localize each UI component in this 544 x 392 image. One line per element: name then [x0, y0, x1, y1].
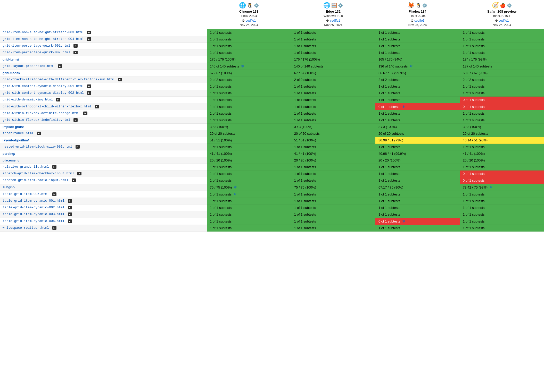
result-cell-26-2: 1 of 1 subtests [375, 204, 460, 211]
path-cell: grid-item-percentage-quirk-002.html ▶ [0, 49, 207, 56]
result-text: 1 of 1 subtests [294, 91, 316, 95]
path-link[interactable]: grid-within-flexbox-definite-change.html [3, 112, 80, 115]
path-link[interactable]: stretch-grid-item-checkbox-input.html [3, 172, 74, 176]
result-cell-25-2: 1 of 1 subtests [375, 198, 460, 204]
browser-icons-3: 🧭🍎 ⚙️ [492, 2, 512, 9]
path-link[interactable]: table-grid-item-dynamic-003.html [3, 213, 64, 216]
table-row: grid-with-content-dynamic-display-001.ht… [0, 83, 544, 90]
result-text: 41 / 41 (100%) [463, 152, 485, 156]
path-link[interactable]: implicit-grids/ [3, 125, 24, 129]
path-link[interactable]: stretch-grid-item-radio-input.html [3, 179, 68, 182]
path-link[interactable]: table-grid-item-dynamic-002.html [3, 206, 64, 210]
result-text: 1 of 1 subtests [463, 165, 485, 169]
tag-icon: ▶ [68, 199, 72, 203]
path-link[interactable]: inheritance.html [3, 132, 34, 135]
browser-date-0: Nov 25, 2024 [240, 23, 258, 27]
path-cell: grid-items/ [0, 56, 207, 63]
tag-icon: ▶ [72, 178, 76, 182]
result-text: 1 of 1 subtests [378, 91, 400, 95]
result-text: 67.17 / 75 (90%) [378, 185, 403, 189]
path-link[interactable]: grid-item-non-auto-height-stretch-004.ht… [3, 38, 84, 41]
result-text: 1 of 1 subtests [294, 192, 316, 196]
path-cell: table-grid-item-dynamic-004.html ▶ [0, 218, 207, 225]
path-link[interactable]: grid-item-non-auto-height-stretch-003.ht… [3, 31, 84, 35]
browser-os-1: Windows 10.0 [324, 14, 343, 18]
tag-icon: ▶ [87, 37, 91, 41]
result-cell-17-0: 1 of 1 subtests [207, 144, 291, 150]
path-link[interactable]: nested-grid-item-block-size-001.html [3, 145, 72, 149]
path-link[interactable]: subgrid/ [3, 185, 15, 189]
result-text: 67 / 67 (100%) [210, 71, 232, 75]
snowflake-icon: ❄ [241, 64, 244, 68]
result-cell-10-3: 0 of 1 subtests [460, 97, 544, 103]
path-link[interactable]: table-grid-item-dynamic-004.html [3, 219, 64, 223]
path-cell: grid-with-orthogonal-child-within-flexbo… [0, 103, 207, 110]
result-cell-22-3: 0 of 1 subtests [460, 177, 544, 184]
path-cell: stretch-grid-item-radio-input.html ▶ [0, 177, 207, 184]
result-text: 1 of 1 subtests [294, 145, 316, 149]
result-text: 1 of 1 subtests [378, 112, 400, 115]
result-text: 1 of 1 subtests [463, 118, 485, 122]
result-cell-19-3: 20 / 20 (100%) [460, 157, 544, 164]
result-text: 1 of 1 subtests [378, 165, 400, 169]
result-text: 1 of 1 subtests [294, 212, 316, 216]
result-text: 1 of 1 subtests [463, 206, 485, 210]
result-cell-17-3: 1 of 1 subtests [460, 144, 544, 150]
result-text: 1 of 1 subtests [463, 112, 485, 115]
result-text: 66.67 / 67 (99.9%) [378, 71, 406, 75]
table-row: inheritance.html ▶20 of 20 subtests20 of… [0, 130, 544, 137]
path-link[interactable]: grid-item-percentage-quirk-001.html [3, 44, 70, 48]
browser-github-1: ⊙ cedffe1 [326, 19, 340, 22]
tag-icon: ▶ [52, 165, 56, 169]
tag-icon: ▶ [52, 192, 56, 196]
result-cell-18-2: 40.98 / 41 (99.9%) [375, 150, 460, 157]
path-link[interactable]: grid-with-content-dynamic-display-001.ht… [3, 85, 84, 88]
path-cell: grid-with-content-dynamic-display-002.ht… [0, 90, 207, 97]
result-text: 140 of 140 subtests [294, 64, 323, 68]
result-text: 1 of 1 subtests [378, 145, 400, 149]
result-text: 40.98 / 41 (99.9%) [378, 152, 406, 156]
path-link[interactable]: grid-tracks-stretched-with-different-fle… [3, 78, 115, 82]
path-cell: grid-within-flexbox-definite-change.html… [0, 110, 207, 117]
path-link[interactable]: grid-model/ [3, 71, 20, 75]
path-link[interactable]: grid-with-content-dynamic-display-002.ht… [3, 91, 84, 95]
browser-commit-2[interactable]: cedffe1 [414, 19, 424, 22]
browser-commit-1[interactable]: cedffe1 [330, 19, 340, 22]
path-cell: layout-algorithm/ [0, 137, 207, 144]
result-cell-29-2: 1 of 1 subtests [375, 225, 460, 232]
path-link[interactable]: layout-algorithm/ [3, 139, 29, 142]
path-cell: grid-with-dynamic-img.html ▶ [0, 97, 207, 103]
path-link[interactable]: parsing/ [3, 152, 15, 156]
tag-icon: ▶ [56, 98, 60, 101]
path-link[interactable]: grid-item-percentage-quirk-002.html [3, 51, 70, 55]
result-cell-28-1: 1 of 1 subtests [291, 218, 375, 225]
result-cell-15-3: 20 of 20 subtests [460, 130, 544, 137]
path-link[interactable]: table-grid-item-dynamic-001.html [3, 199, 64, 203]
path-link[interactable]: table-grid-item-005.html [3, 192, 49, 196]
result-text: 63.67 / 67 (95%) [463, 71, 488, 75]
browser-header-0: 🌐🐧 ⚙️ Chrome 133 Linux 20.04 ⊙ cedffe1 N… [207, 0, 291, 29]
browser-date-1: Nov 25, 2024 [324, 23, 342, 27]
path-link[interactable]: grid-with-orthogonal-child-within-flexbo… [3, 105, 92, 108]
result-text: 1 of 1 subtests [463, 192, 485, 196]
snowflake-icon: ❄ [490, 185, 493, 189]
result-cell-27-1: 1 of 1 subtests [291, 211, 375, 218]
result-cell-26-1: 1 of 1 subtests [291, 204, 375, 211]
result-text: 51 / 51 (100%) [210, 138, 232, 142]
result-text: 36.99 / 51 (73%) [378, 138, 403, 142]
path-link[interactable]: grid-with-dynamic-img.html [3, 98, 53, 102]
browser-commit-3[interactable]: cedffe1 [499, 19, 509, 22]
result-cell-17-2: 1 of 1 subtests [375, 144, 460, 150]
path-cell: parsing/ [0, 150, 207, 157]
result-cell-9-1: 1 of 1 subtests [291, 90, 375, 97]
path-link[interactable]: grid-layout-properties.html [3, 64, 55, 68]
path-link[interactable]: placement/ [3, 159, 19, 162]
path-link[interactable]: grid-items/ [3, 58, 19, 61]
result-text: 1 of 1 subtests [294, 219, 316, 223]
path-link[interactable]: relative-grandchild.html [3, 165, 49, 169]
result-cell-0-2: 1 of 1 subtests [375, 29, 460, 36]
path-link[interactable]: whitespace-reattach.html [3, 226, 49, 230]
browser-commit-0[interactable]: cedffe1 [246, 19, 256, 22]
result-text: 1 of 1 subtests [210, 212, 232, 216]
path-link[interactable]: grid-within-flexbox-indefinite.html [3, 118, 70, 122]
